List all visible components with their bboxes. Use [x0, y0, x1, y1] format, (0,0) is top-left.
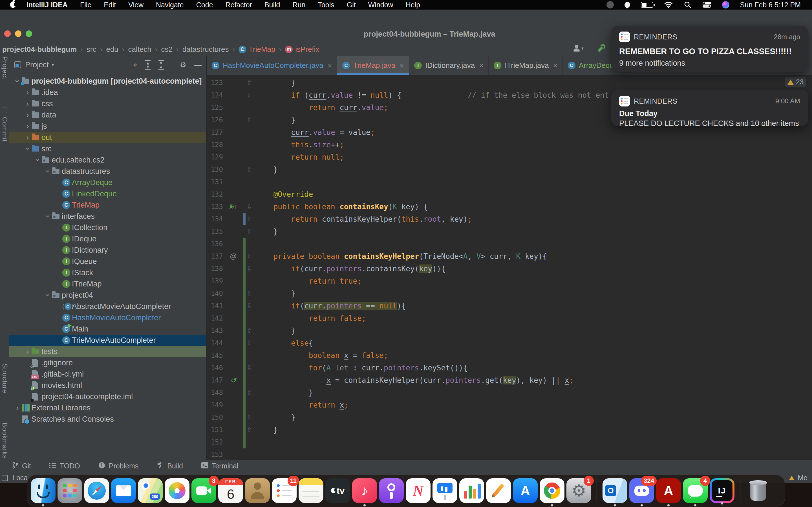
tree-item-interfaces[interactable]: ›interfaces	[9, 211, 206, 222]
dock-icon-discord[interactable]: 324	[629, 478, 654, 503]
line-number[interactable]: 132	[210, 188, 223, 201]
line-number[interactable]: 136	[210, 238, 223, 250]
line-number[interactable]: 144	[210, 337, 223, 349]
chevron-expanded-icon[interactable]: ›	[44, 212, 52, 221]
line-number[interactable]: 141	[210, 300, 223, 312]
dock-icon-numbers[interactable]	[459, 478, 484, 503]
breadcrumb-datastructures[interactable]: datastructures	[183, 45, 229, 54]
line-number[interactable]: 128	[210, 138, 223, 151]
dock-icon-calendar[interactable]: FEB6	[218, 478, 243, 503]
chevron-collapsed-icon[interactable]: ›	[23, 348, 32, 355]
tool-window-button-todo[interactable]: TODO	[49, 462, 80, 470]
fold-marker-icon[interactable]: ⇧	[246, 325, 253, 337]
chevron-collapsed-icon[interactable]: ›	[23, 111, 32, 119]
battery-icon[interactable]	[641, 2, 653, 8]
fold-marker-icon[interactable]: ⇧	[246, 411, 253, 424]
fold-marker-icon[interactable]: ⇧	[246, 114, 253, 126]
dock-icon-messages[interactable]: 4	[683, 478, 708, 503]
menu-view[interactable]: View	[128, 1, 144, 9]
tree-item-triemap[interactable]: CTrieMap	[9, 200, 206, 211]
tool-window-button-build[interactable]: Build	[156, 462, 183, 471]
tree-item-main[interactable]: CMain	[9, 323, 206, 335]
tool-window-switcher-icon[interactable]	[2, 475, 8, 481]
chevron-collapsed-icon[interactable]: ›	[23, 89, 32, 96]
fold-marker-icon[interactable]: ⇩	[246, 337, 253, 349]
chevron-expanded-icon[interactable]: ›	[44, 167, 52, 175]
menu-tools[interactable]: Tools	[318, 1, 334, 9]
overrides-method-icon[interactable]: ↑	[223, 203, 243, 210]
recursive-call-icon[interactable]: ↺	[223, 377, 243, 384]
tab-idictionary-java[interactable]: IIDictionary.java×	[409, 56, 489, 75]
line-number[interactable]: 143	[210, 325, 223, 337]
menu-window[interactable]: Window	[368, 1, 393, 9]
dock-icon-safari[interactable]	[84, 478, 109, 503]
tree-item-gitlab-ci-yml[interactable]: YML.gitlab-ci.yml	[9, 369, 206, 380]
stripe-button-bookmarks[interactable]: Bookmarks	[1, 422, 9, 459]
dock-icon-news[interactable]: N	[406, 478, 430, 503]
line-number[interactable]: 134	[210, 213, 223, 225]
dock-icon-maps[interactable]: 280	[138, 478, 163, 503]
dock-icon-outlook[interactable]: O	[603, 478, 627, 503]
chevron-expanded-icon[interactable]: ›	[24, 145, 32, 153]
menu-run[interactable]: Run	[293, 1, 306, 9]
code-with-me-users-icon[interactable]: ▾	[573, 45, 583, 52]
dock-icon-podcasts[interactable]	[379, 478, 404, 503]
stripe-tool-icon[interactable]	[2, 108, 7, 113]
menu-app-name[interactable]: IntelliJ IDEA	[27, 1, 68, 9]
stripe-button-project[interactable]: Project	[1, 56, 9, 79]
chevron-collapsed-icon[interactable]: ›	[23, 100, 32, 108]
fold-marker-icon[interactable]: ⇩	[246, 250, 253, 263]
notification-reminders-due-today[interactable]: REMINDERS 9:00 AM Due Today PLEASE DO LE…	[611, 90, 808, 126]
tree-item-datastructures[interactable]: ›datastructures	[9, 166, 206, 177]
dock-icon-facetime[interactable]: 3	[192, 478, 216, 503]
line-number[interactable]: 138	[210, 263, 223, 275]
tab-close-icon[interactable]: ×	[328, 62, 332, 69]
line-number[interactable]: 151	[210, 424, 223, 436]
line-number[interactable]: 153	[210, 448, 223, 460]
dock-icon-reminders[interactable]: 11	[272, 478, 297, 503]
siri-icon[interactable]	[722, 1, 729, 8]
breadcrumb-src[interactable]: src	[87, 45, 96, 54]
tree-item-hashmovieautocompleter[interactable]: CHashMovieAutoCompleter	[9, 312, 206, 323]
chevron-collapsed-icon[interactable]: ›	[13, 404, 22, 412]
dock-icon-chrome[interactable]	[540, 478, 564, 503]
tree-item-istack[interactable]: IIStack	[9, 267, 206, 278]
dock-icon-keynote[interactable]	[433, 478, 457, 503]
menu-git[interactable]: Git	[347, 1, 356, 9]
control-center-icon[interactable]	[702, 2, 711, 8]
tab-hashmovieautocompleter-java[interactable]: CHashMovieAutoCompleter.java×	[207, 56, 337, 75]
breadcrumb-project04-bubblegum[interactable]: project04-bubblegum	[2, 45, 77, 54]
menu-file[interactable]: File	[80, 1, 91, 9]
menu-edit[interactable]: Edit	[104, 1, 116, 9]
tree-item-css[interactable]: ›css	[9, 98, 206, 109]
tree-item-idea[interactable]: ›.idea	[9, 87, 206, 98]
fold-marker-icon[interactable]: ⇩	[246, 213, 253, 225]
dock-icon-photos[interactable]	[165, 478, 190, 503]
tree-item-ideque[interactable]: IIDeque	[9, 233, 206, 244]
chevron-expanded-icon[interactable]: ›	[34, 156, 42, 164]
dock-icon-acrobat[interactable]: A	[656, 478, 681, 503]
menu-navigate[interactable]: Navigate	[156, 1, 184, 9]
expand-all-icon[interactable]: ▲▼	[145, 60, 151, 69]
tree-item-abstractmovieautocompleter[interactable]: (C)AbstractMovieAutoCompleter	[9, 301, 206, 312]
chevron-expanded-icon[interactable]: ›	[44, 291, 52, 299]
line-number[interactable]: 126	[210, 114, 223, 126]
inspections-widget[interactable]: 23	[784, 77, 806, 87]
breadcrumb-triemap[interactable]: CTrieMap	[239, 45, 275, 54]
fold-marker-icon[interactable]: ⇧	[246, 287, 253, 300]
fold-marker-icon[interactable]: ⇧	[246, 386, 253, 399]
line-number[interactable]: 133	[210, 201, 223, 213]
line-number[interactable]: 149	[210, 399, 223, 411]
line-number[interactable]: 129	[210, 151, 223, 163]
tree-item-iqueue[interactable]: IIQueue	[9, 256, 206, 267]
line-number[interactable]: 147	[210, 374, 223, 386]
line-number[interactable]: 137	[210, 250, 223, 263]
tree-item-project04[interactable]: ›project04	[9, 290, 206, 301]
line-number[interactable]: 152	[210, 436, 223, 448]
tree-item-triemovieautocompleter[interactable]: CTrieMovieAutoCompleter	[9, 335, 206, 346]
zoom-window-button[interactable]	[26, 31, 32, 37]
fold-marker-icon[interactable]: ⇩	[246, 300, 253, 312]
collapse-all-icon[interactable]: ▼▲	[158, 60, 164, 69]
tab-triemap-java[interactable]: CTrieMap.java×	[337, 56, 409, 75]
tree-item-icollection[interactable]: IICollection	[9, 222, 206, 233]
